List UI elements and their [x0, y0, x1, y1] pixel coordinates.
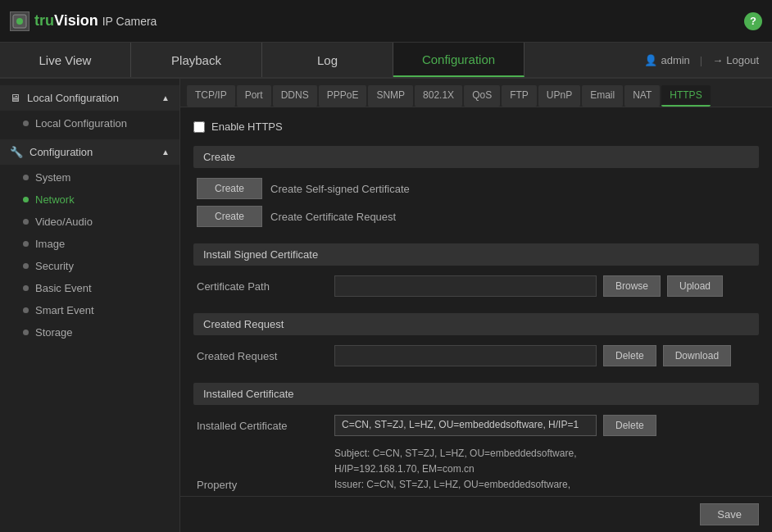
- main-layout: 🖥 Local Configuration ▲ Local Configurat…: [0, 79, 772, 532]
- logo-text: truVision IP Camera: [34, 12, 157, 30]
- cert-path-row: Certificate Path Browse Upload: [193, 275, 759, 297]
- sidebar-section-local-header[interactable]: 🖥 Local Configuration ▲: [0, 85, 179, 111]
- delete-request-button[interactable]: Delete: [603, 345, 656, 366]
- logo-icon: [10, 11, 30, 31]
- logout-icon: →: [712, 54, 723, 66]
- content-area: TCP/IP Port DDNS PPPoE SNMP 802.1X QoS F…: [180, 79, 772, 532]
- user-icon: 👤: [644, 54, 657, 66]
- install-cert-section: Install Signed Certificate Certificate P…: [193, 243, 759, 297]
- sidebar-items-local: Local Configuration: [0, 111, 179, 136]
- installed-cert-header: Installed Certificate: [193, 383, 759, 405]
- dot-icon: [23, 120, 29, 126]
- nav-divider: |: [700, 54, 702, 66]
- wrench-icon: 🔧: [10, 146, 23, 158]
- sidebar-item-network[interactable]: Network: [0, 189, 179, 211]
- installed-cert-label: Installed Certificate: [197, 420, 328, 432]
- dot-icon: [23, 330, 29, 335]
- sub-tab-pppoe[interactable]: PPPoE: [319, 85, 367, 107]
- logo: truVision IP Camera: [10, 11, 157, 31]
- enable-https-row: Enable HTTPS: [193, 120, 759, 133]
- dot-icon: [23, 307, 29, 313]
- create-cert-request-button[interactable]: Create: [197, 206, 262, 227]
- sub-tab-qos[interactable]: QoS: [464, 85, 500, 107]
- installed-cert-value: C=CN, ST=ZJ, L=HZ, OU=embeddedsoftware, …: [334, 415, 597, 436]
- logout-button[interactable]: → Logout: [712, 54, 759, 66]
- svg-point-1: [16, 18, 23, 25]
- sidebar-section-config-header[interactable]: 🔧 Configuration ▲: [0, 139, 179, 165]
- nav-user: 👤 admin: [644, 54, 689, 66]
- download-button[interactable]: Download: [663, 345, 731, 366]
- header-right: ?: [744, 12, 762, 30]
- sidebar-section-config-label: Configuration: [30, 146, 93, 158]
- save-area: Save: [180, 496, 772, 532]
- installed-cert-row: Installed Certificate C=CN, ST=ZJ, L=HZ,…: [193, 415, 759, 436]
- create-section-header: Create: [193, 146, 759, 168]
- monitor-icon: 🖥: [10, 92, 20, 104]
- created-request-label: Created Request: [197, 350, 328, 362]
- sidebar-item-system[interactable]: System: [0, 166, 179, 189]
- sub-tab-ftp[interactable]: FTP: [502, 85, 537, 107]
- sub-tab-nat[interactable]: NAT: [624, 85, 660, 107]
- dot-icon: [23, 241, 29, 247]
- created-request-row: Created Request Delete Download: [193, 345, 759, 366]
- sidebar-item-security[interactable]: Security: [0, 255, 179, 277]
- sidebar-item-storage[interactable]: Storage: [0, 321, 179, 343]
- tab-playback[interactable]: Playback: [131, 43, 262, 77]
- tab-log[interactable]: Log: [262, 43, 393, 77]
- create-self-signed-button[interactable]: Create: [197, 178, 262, 199]
- help-button[interactable]: ?: [744, 12, 762, 30]
- sub-tab-snmp[interactable]: SNMP: [368, 85, 413, 107]
- dot-icon: [23, 263, 29, 269]
- header: truVision IP Camera ?: [0, 0, 772, 43]
- chevron-up-icon2: ▲: [161, 148, 170, 157]
- save-button[interactable]: Save: [700, 503, 759, 525]
- sidebar-section-config: 🔧 Configuration ▲ System Network Video/A…: [0, 139, 179, 345]
- delete-cert-button[interactable]: Delete: [603, 415, 656, 436]
- sidebar-item-image[interactable]: Image: [0, 233, 179, 255]
- nav-tabs: Live View Playback Log Configuration 👤 a…: [0, 43, 772, 79]
- sidebar-item-smart-event[interactable]: Smart Event: [0, 299, 179, 321]
- sub-tabs: TCP/IP Port DDNS PPPoE SNMP 802.1X QoS F…: [180, 79, 772, 107]
- tab-live-view[interactable]: Live View: [0, 43, 131, 77]
- dot-icon: [23, 219, 29, 225]
- sidebar-item-video-audio[interactable]: Video/Audio: [0, 211, 179, 233]
- username-label: admin: [661, 54, 689, 66]
- chevron-up-icon: ▲: [161, 93, 170, 102]
- sub-tab-ddns[interactable]: DDNS: [273, 85, 317, 107]
- sub-tab-tcp-ip[interactable]: TCP/IP: [187, 85, 235, 107]
- sidebar-section-local-label: Local Configuration: [27, 92, 119, 104]
- cert-path-label: Certificate Path: [197, 280, 328, 293]
- sidebar: 🖥 Local Configuration ▲ Local Configurat…: [0, 79, 180, 532]
- property-label: Property: [197, 479, 328, 491]
- sub-tab-https[interactable]: HTTPS: [661, 85, 710, 107]
- enable-https-label[interactable]: Enable HTTPS: [211, 120, 283, 133]
- create-cert-request-label: Create Certificate Request: [270, 211, 396, 223]
- dot-icon: [23, 197, 29, 202]
- installed-cert-section: Installed Certificate Installed Certific…: [193, 383, 759, 496]
- sub-tab-802-1x[interactable]: 802.1X: [415, 85, 462, 107]
- install-cert-header: Install Signed Certificate: [193, 243, 759, 266]
- created-request-input[interactable]: [334, 345, 597, 366]
- sidebar-item-local-label: Local Configuration: [35, 117, 127, 130]
- enable-https-checkbox[interactable]: [193, 121, 205, 133]
- sidebar-section-local: 🖥 Local Configuration ▲ Local Configurat…: [0, 85, 179, 136]
- browse-button[interactable]: Browse: [603, 275, 661, 297]
- create-cert-request-row: Create Create Certificate Request: [193, 206, 759, 227]
- dot-icon: [23, 285, 29, 291]
- sub-tab-email[interactable]: Email: [582, 85, 623, 107]
- created-request-section: Created Request Created Request Delete D…: [193, 313, 759, 366]
- create-section: Create Create Create Self-signed Certifi…: [193, 146, 759, 227]
- cert-path-input[interactable]: [334, 275, 597, 297]
- created-request-header: Created Request: [193, 313, 759, 335]
- https-content: Enable HTTPS Create Create Create Self-s…: [180, 107, 772, 496]
- dot-icon: [23, 175, 29, 180]
- sub-tab-upnp[interactable]: UPnP: [538, 85, 580, 107]
- upload-button[interactable]: Upload: [667, 275, 723, 297]
- sidebar-item-basic-event[interactable]: Basic Event: [0, 277, 179, 299]
- property-row: Property Subject: C=CN, ST=ZJ, L=HZ, OU=…: [193, 443, 759, 496]
- create-self-signed-label: Create Self-signed Certificate: [270, 183, 410, 195]
- sub-tab-port[interactable]: Port: [237, 85, 271, 107]
- logout-label: Logout: [726, 54, 759, 66]
- tab-configuration[interactable]: Configuration: [393, 43, 525, 77]
- sidebar-item-local-configuration[interactable]: Local Configuration: [0, 112, 179, 134]
